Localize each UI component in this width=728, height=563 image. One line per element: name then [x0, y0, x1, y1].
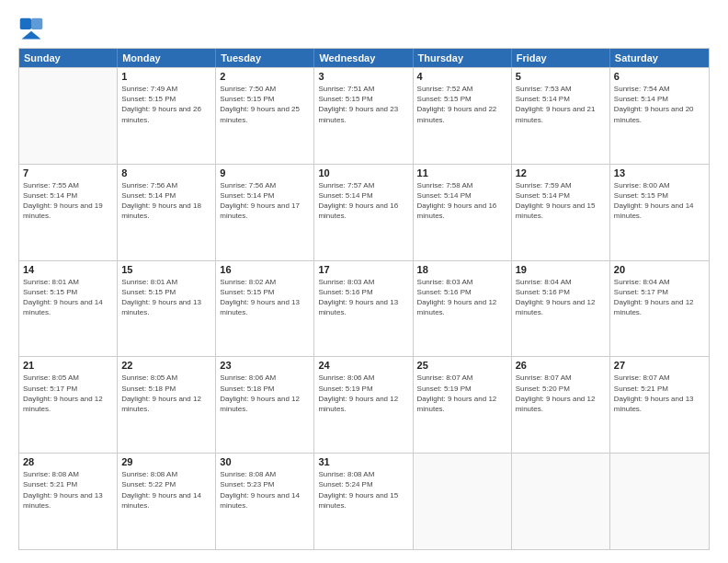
empty-cell: [610, 454, 709, 549]
col-header-friday: Friday: [512, 49, 610, 67]
day-number: 23: [220, 360, 310, 371]
day-number: 3: [318, 71, 408, 82]
day-number: 16: [220, 264, 310, 275]
day-info: Sunrise: 8:03 AMSunset: 5:16 PMDaylight:…: [417, 277, 507, 318]
empty-cell: [19, 68, 118, 164]
day-info: Sunrise: 7:56 AMSunset: 5:14 PMDaylight:…: [220, 180, 310, 222]
day-number: 18: [417, 264, 507, 275]
day-number: 6: [614, 71, 705, 82]
svg-rect-0: [20, 18, 31, 29]
day-info: Sunrise: 7:49 AMSunset: 5:15 PMDaylight:…: [121, 84, 211, 125]
day-cell-2: 2Sunrise: 7:50 AMSunset: 5:15 PMDaylight…: [216, 68, 314, 164]
day-info: Sunrise: 8:08 AMSunset: 5:22 PMDaylight:…: [121, 469, 211, 511]
day-info: Sunrise: 8:07 AMSunset: 5:19 PMDaylight:…: [417, 373, 507, 414]
day-number: 4: [417, 71, 507, 82]
day-info: Sunrise: 8:06 AMSunset: 5:18 PMDaylight:…: [220, 373, 310, 414]
day-cell-20: 20Sunrise: 8:04 AMSunset: 5:17 PMDayligh…: [610, 261, 709, 357]
day-cell-26: 26Sunrise: 8:07 AMSunset: 5:20 PMDayligh…: [512, 357, 610, 453]
day-info: Sunrise: 7:50 AMSunset: 5:15 PMDaylight:…: [220, 84, 310, 125]
day-info: Sunrise: 8:02 AMSunset: 5:15 PMDaylight:…: [220, 277, 310, 318]
page: SundayMondayTuesdayWednesdayThursdayFrid…: [0, 0, 728, 563]
day-cell-17: 17Sunrise: 8:03 AMSunset: 5:16 PMDayligh…: [314, 261, 413, 357]
day-number: 20: [614, 264, 705, 275]
day-cell-15: 15Sunrise: 8:01 AMSunset: 5:15 PMDayligh…: [118, 261, 216, 357]
day-number: 13: [614, 167, 705, 178]
day-number: 10: [318, 167, 408, 178]
day-cell-8: 8Sunrise: 7:56 AMSunset: 5:14 PMDaylight…: [118, 165, 216, 260]
svg-marker-2: [22, 31, 41, 40]
day-number: 11: [417, 167, 507, 178]
day-number: 28: [23, 456, 113, 467]
day-number: 22: [121, 360, 211, 371]
week-row-5: 28Sunrise: 8:08 AMSunset: 5:21 PMDayligh…: [19, 453, 709, 549]
day-number: 19: [516, 264, 606, 275]
day-info: Sunrise: 8:06 AMSunset: 5:19 PMDaylight:…: [318, 373, 408, 414]
day-info: Sunrise: 7:53 AMSunset: 5:14 PMDaylight:…: [516, 84, 606, 125]
day-number: 5: [516, 71, 606, 82]
day-info: Sunrise: 8:08 AMSunset: 5:24 PMDaylight:…: [318, 469, 408, 511]
col-header-thursday: Thursday: [414, 49, 512, 67]
week-row-4: 21Sunrise: 8:05 AMSunset: 5:17 PMDayligh…: [19, 356, 709, 453]
day-info: Sunrise: 8:05 AMSunset: 5:17 PMDaylight:…: [23, 373, 113, 414]
calendar: SundayMondayTuesdayWednesdayThursdayFrid…: [18, 48, 710, 550]
day-number: 7: [23, 167, 113, 178]
day-number: 8: [121, 167, 211, 178]
day-number: 31: [318, 456, 408, 467]
day-info: Sunrise: 8:08 AMSunset: 5:21 PMDaylight:…: [23, 469, 113, 511]
day-number: 14: [23, 264, 113, 275]
calendar-body: 1Sunrise: 7:49 AMSunset: 5:15 PMDaylight…: [19, 67, 709, 549]
day-cell-31: 31Sunrise: 8:08 AMSunset: 5:24 PMDayligh…: [314, 454, 413, 549]
day-number: 25: [417, 360, 507, 371]
day-number: 9: [220, 167, 310, 178]
col-header-wednesday: Wednesday: [314, 49, 413, 67]
day-info: Sunrise: 8:01 AMSunset: 5:15 PMDaylight:…: [121, 277, 211, 318]
day-cell-21: 21Sunrise: 8:05 AMSunset: 5:17 PMDayligh…: [19, 357, 118, 453]
day-number: 27: [614, 360, 705, 371]
day-info: Sunrise: 7:55 AMSunset: 5:14 PMDaylight:…: [23, 180, 113, 222]
day-cell-18: 18Sunrise: 8:03 AMSunset: 5:16 PMDayligh…: [414, 261, 512, 357]
day-cell-7: 7Sunrise: 7:55 AMSunset: 5:14 PMDaylight…: [19, 165, 118, 260]
day-cell-16: 16Sunrise: 8:02 AMSunset: 5:15 PMDayligh…: [216, 261, 314, 357]
day-info: Sunrise: 8:04 AMSunset: 5:16 PMDaylight:…: [516, 277, 606, 318]
day-cell-28: 28Sunrise: 8:08 AMSunset: 5:21 PMDayligh…: [19, 454, 118, 549]
day-info: Sunrise: 8:01 AMSunset: 5:15 PMDaylight:…: [23, 277, 113, 318]
day-cell-1: 1Sunrise: 7:49 AMSunset: 5:15 PMDaylight…: [118, 68, 216, 164]
day-info: Sunrise: 7:59 AMSunset: 5:14 PMDaylight:…: [516, 180, 606, 222]
day-cell-23: 23Sunrise: 8:06 AMSunset: 5:18 PMDayligh…: [216, 357, 314, 453]
day-number: 26: [516, 360, 606, 371]
day-info: Sunrise: 7:51 AMSunset: 5:15 PMDaylight:…: [318, 84, 408, 125]
col-header-saturday: Saturday: [610, 49, 709, 67]
empty-cell: [414, 454, 512, 549]
day-cell-19: 19Sunrise: 8:04 AMSunset: 5:16 PMDayligh…: [512, 261, 610, 357]
day-info: Sunrise: 7:57 AMSunset: 5:14 PMDaylight:…: [318, 180, 408, 222]
day-number: 12: [516, 167, 606, 178]
day-info: Sunrise: 7:52 AMSunset: 5:15 PMDaylight:…: [417, 84, 507, 125]
day-info: Sunrise: 7:56 AMSunset: 5:14 PMDaylight:…: [121, 180, 211, 222]
day-number: 1: [121, 71, 211, 82]
day-cell-11: 11Sunrise: 7:58 AMSunset: 5:14 PMDayligh…: [414, 165, 512, 260]
header: [18, 17, 710, 42]
day-number: 30: [220, 456, 310, 467]
day-cell-10: 10Sunrise: 7:57 AMSunset: 5:14 PMDayligh…: [314, 165, 413, 260]
day-cell-24: 24Sunrise: 8:06 AMSunset: 5:19 PMDayligh…: [314, 357, 413, 453]
day-cell-6: 6Sunrise: 7:54 AMSunset: 5:14 PMDaylight…: [610, 68, 709, 164]
day-info: Sunrise: 8:03 AMSunset: 5:16 PMDaylight:…: [318, 277, 408, 318]
day-cell-25: 25Sunrise: 8:07 AMSunset: 5:19 PMDayligh…: [414, 357, 512, 453]
col-header-sunday: Sunday: [19, 49, 118, 67]
day-number: 17: [318, 264, 408, 275]
col-header-monday: Monday: [118, 49, 216, 67]
day-info: Sunrise: 8:07 AMSunset: 5:21 PMDaylight:…: [614, 373, 705, 414]
day-cell-27: 27Sunrise: 8:07 AMSunset: 5:21 PMDayligh…: [610, 357, 709, 453]
day-cell-29: 29Sunrise: 8:08 AMSunset: 5:22 PMDayligh…: [118, 454, 216, 549]
day-info: Sunrise: 8:00 AMSunset: 5:15 PMDaylight:…: [614, 180, 705, 222]
day-cell-14: 14Sunrise: 8:01 AMSunset: 5:15 PMDayligh…: [19, 261, 118, 357]
week-row-2: 7Sunrise: 7:55 AMSunset: 5:14 PMDaylight…: [19, 164, 709, 260]
day-cell-30: 30Sunrise: 8:08 AMSunset: 5:23 PMDayligh…: [216, 454, 314, 549]
day-info: Sunrise: 8:05 AMSunset: 5:18 PMDaylight:…: [121, 373, 211, 414]
day-info: Sunrise: 8:08 AMSunset: 5:23 PMDaylight:…: [220, 469, 310, 511]
day-cell-22: 22Sunrise: 8:05 AMSunset: 5:18 PMDayligh…: [118, 357, 216, 453]
svg-rect-1: [31, 18, 42, 29]
day-number: 21: [23, 360, 113, 371]
day-cell-3: 3Sunrise: 7:51 AMSunset: 5:15 PMDaylight…: [314, 68, 413, 164]
day-number: 24: [318, 360, 408, 371]
